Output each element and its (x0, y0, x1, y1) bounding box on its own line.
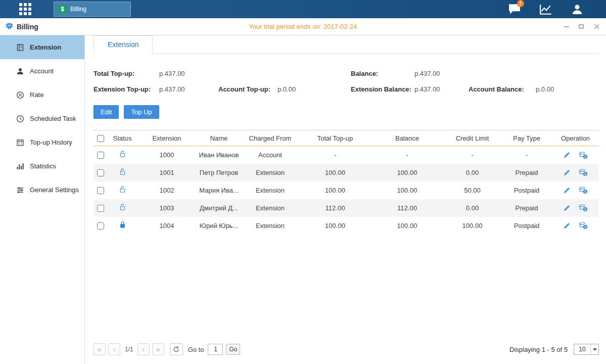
cell-balance: 100.00 (371, 181, 443, 199)
total-topup-value: p.437.00 (159, 70, 351, 77)
table-row: 1004 Юрий Юрь... Extension 100.00 100.00… (94, 217, 599, 235)
sidebar-item-label: Statistics (30, 162, 56, 170)
taskbar: $ Billing ! (0, 0, 606, 18)
last-page-button[interactable]: » (152, 343, 164, 355)
sidebar-item-topup-history[interactable]: Top-up History (0, 130, 84, 154)
minimize-icon[interactable] (563, 23, 570, 30)
svg-text:$: $ (584, 190, 586, 194)
edit-row-icon[interactable] (563, 204, 571, 212)
user-account-icon[interactable] (570, 3, 585, 16)
cell-charged-from: Extension (241, 164, 299, 181)
col-name: Name (197, 130, 241, 146)
statistics-chart-icon[interactable] (538, 3, 553, 16)
sidebar-item-extension[interactable]: Extension (0, 35, 84, 59)
sliders-icon (16, 186, 24, 194)
unlocked-icon (119, 187, 126, 195)
cell-extension: 1003 (137, 199, 197, 217)
first-page-button[interactable]: « (94, 343, 106, 355)
taskbar-tab-billing[interactable]: $ Billing (54, 2, 131, 17)
unlocked-icon (119, 169, 126, 177)
cell-total-topup: 100.00 (299, 217, 371, 235)
cell-pay-type: Prepaid (501, 164, 552, 181)
tab-extension[interactable]: Extension (94, 35, 153, 54)
edit-row-icon[interactable] (563, 222, 571, 230)
rate-percent-icon (16, 91, 24, 99)
calendar-icon (16, 139, 24, 147)
edit-button[interactable]: Edit (94, 105, 119, 119)
table-row: 1002 Мария Ива... Extension 100.00 100.0… (94, 181, 599, 199)
sidebar-item-rate[interactable]: Rate (0, 83, 84, 107)
sidebar: Extension Account Rate Scheduled Task To… (0, 35, 85, 364)
cell-total-topup: 100.00 (299, 181, 371, 199)
sidebar-item-scheduled-task[interactable]: Scheduled Task (0, 107, 84, 130)
trial-notice: Your trial period ends on: 2017-02-24 (249, 23, 357, 30)
prev-page-button[interactable]: ‹ (108, 343, 120, 355)
window-title: Billing (17, 23, 38, 31)
table-row: 1001 Петр Петров Extension 100.00 100.00… (94, 164, 599, 181)
cell-name: Дмитрий Д... (197, 199, 241, 217)
summary-panel: Total Top-up: p.437.00 Balance: p.437.00… (94, 66, 599, 97)
notification-badge: ! (517, 0, 524, 7)
topup-row-icon[interactable]: $ (579, 204, 588, 212)
extension-balance-value: p.437.00 (414, 85, 469, 93)
cell-charged-from: Extension (241, 199, 299, 217)
edit-row-icon[interactable] (563, 151, 571, 159)
maximize-icon[interactable] (578, 23, 585, 30)
row-checkbox[interactable] (97, 169, 104, 176)
col-total-topup: Total Top-up (299, 130, 371, 146)
edit-row-icon[interactable] (563, 169, 571, 176)
row-checkbox[interactable] (97, 152, 104, 159)
table-row: 1003 Дмитрий Д... Extension 112.00 112.0… (94, 199, 599, 217)
topup-row-icon[interactable]: $ (579, 221, 588, 230)
window-titlebar: Billing Your trial period ends on: 2017-… (0, 18, 606, 35)
cell-name: Петр Петров (197, 164, 241, 181)
cell-balance: 100.00 (371, 217, 443, 235)
tab-strip: Extension (94, 35, 599, 54)
col-status: Status (108, 130, 137, 146)
refresh-icon[interactable] (170, 343, 183, 355)
topup-row-icon[interactable]: $ (579, 151, 588, 159)
topup-row-icon[interactable]: $ (579, 168, 588, 176)
close-icon[interactable] (593, 23, 600, 30)
unlocked-icon (119, 205, 126, 212)
pagination-bar: « ‹ 1/1 › » Go to Go Displaying 1 - 5 of… (94, 338, 599, 361)
sidebar-item-general-settings[interactable]: General Settings (0, 178, 84, 202)
sidebar-item-statistics[interactable]: Statistics (0, 154, 84, 178)
sidebar-item-label: Account (30, 67, 54, 75)
account-topup-label: Account Top-up: (218, 85, 277, 93)
go-button[interactable]: Go (226, 344, 240, 355)
sidebar-item-label: Rate (30, 91, 43, 99)
cell-name: Мария Ива... (197, 181, 241, 199)
sidebar-item-label: Scheduled Task (30, 115, 76, 122)
topup-row-icon[interactable]: $ (579, 186, 588, 194)
cell-pay-type: - (501, 146, 552, 164)
next-page-button[interactable]: › (137, 343, 150, 355)
cell-balance: 112.00 (371, 199, 443, 217)
edit-row-icon[interactable] (563, 187, 571, 194)
notifications-chat-icon[interactable]: ! (507, 3, 522, 16)
row-checkbox[interactable] (97, 187, 104, 194)
apps-grid-icon[interactable] (19, 3, 31, 15)
cell-extension: 1000 (137, 146, 197, 164)
top-up-button[interactable]: Top Up (124, 105, 159, 119)
account-topup-value: p.0.00 (277, 85, 351, 93)
cell-credit-limit: - (443, 146, 501, 164)
goto-page-input[interactable] (208, 344, 223, 355)
balance-label: Balance: (351, 70, 414, 77)
row-checkbox[interactable] (97, 205, 104, 212)
account-balance-label: Account Balance: (469, 85, 536, 93)
page-indicator: 1/1 (125, 346, 133, 353)
col-balance: Balance (371, 130, 443, 146)
col-credit-limit: Credit Limit (443, 130, 501, 146)
row-checkbox[interactable] (97, 222, 104, 230)
goto-label: Go to (188, 346, 204, 353)
cell-total-topup: - (299, 146, 371, 164)
cell-pay-type: Postpaid (501, 181, 552, 199)
sidebar-item-label: Extension (30, 43, 61, 51)
page-size-select[interactable]: 10 (574, 344, 599, 355)
svg-text:$: $ (584, 172, 586, 176)
table-header-row: Status Extension Name Charged From Total… (94, 130, 599, 146)
col-operation: Operation (552, 130, 599, 146)
select-all-checkbox[interactable] (97, 135, 104, 142)
sidebar-item-account[interactable]: Account (0, 59, 84, 83)
